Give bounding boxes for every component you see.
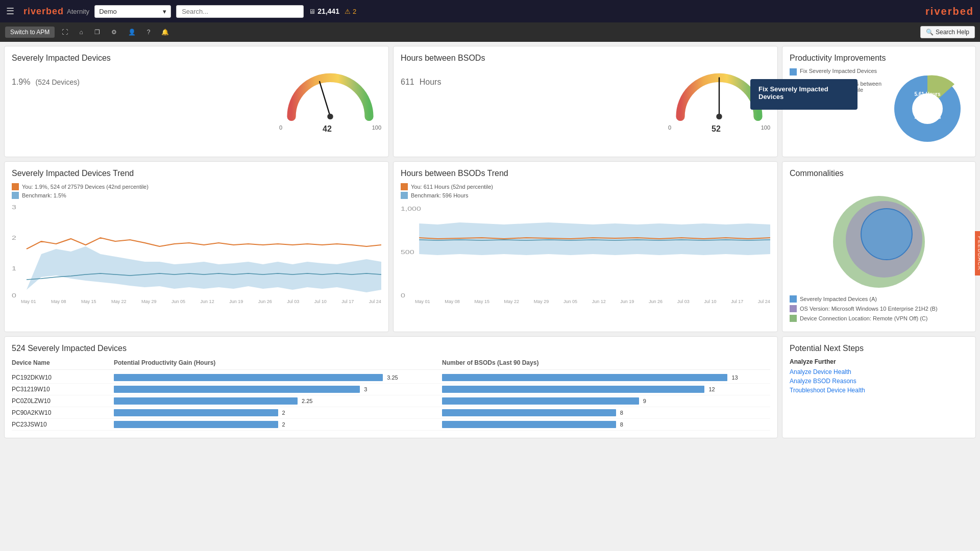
bsod-legend-you-label: You: 611 Hours (52nd percentile) [411,184,493,190]
switch-apm-button[interactable]: Switch to APM [5,27,55,38]
bsod-bar-fill-3 [442,397,639,405]
severely-impacted-title: Severely Impacted Devices [12,54,381,63]
settings-button[interactable]: ⚙ [107,27,121,38]
bsod-value-area: 611 Hours [401,68,658,89]
home-button[interactable]: ⌂ [75,27,87,38]
gain-val-2: 3 [364,386,367,392]
table-row[interactable]: PC31219W10 3 12 [12,384,770,395]
svg-marker-14 [27,246,381,292]
productivity-donut: 5.61 Hours 723 Hours [887,68,968,149]
bsod-bar-4: 8 [442,409,770,416]
svg-text:723 Hours: 723 Hours [914,114,941,120]
severely-impacted-value-area: 1.9% (524 Devices) [12,68,269,89]
copy-button[interactable]: ❐ [90,27,104,38]
troubleshoot-device-health-link[interactable]: Troubleshoot Device Health [790,387,968,394]
gain-val-5: 2 [282,421,285,428]
severely-trend-legend: You: 1.9%, 524 of 27579 Devices (42nd pe… [12,183,381,199]
bsod-trend-legend: You: 611 Hours (52nd percentile) Benchma… [401,183,770,199]
feedback-tab[interactable]: FEEDBACK [975,231,980,276]
svg-rect-16 [401,192,408,199]
bsod-trend-card: Hours between BSODs Trend You: 611 Hours… [393,161,778,332]
bsod-bar-fill-2 [442,386,704,393]
next-steps-card: Potential Next Steps Analyze Further Ana… [782,336,976,438]
gain-bar-fill-4 [114,409,278,416]
table-row[interactable]: PC0Z0LZW10 2.25 9 [12,395,770,407]
table-row[interactable]: PC192DKW10 3.25 13 [12,372,770,384]
common-dot-purple [790,305,797,312]
search-help-label: Search Help [936,29,969,36]
gain-bar-fill-1 [114,374,383,381]
next-steps-title: Potential Next Steps [790,344,968,353]
bsod-card: Hours between BSODs 611 Hours [393,46,778,157]
home-icon: ⌂ [79,29,83,36]
gain-val-4: 2 [282,410,285,416]
bsod-legend-you: You: 611 Hours (52nd percentile) [401,183,770,190]
bsod-legend-orange-icon [401,183,408,190]
svg-text:5.61 Hours: 5.61 Hours [914,91,941,97]
search-help-button[interactable]: 🔍 Search Help [920,26,975,38]
bsod-unit: Hours [420,78,442,86]
svg-point-3 [716,114,722,119]
bsod-bar-1: 13 [442,374,770,381]
prod-dot-blue [790,68,797,76]
brand-sub: Aternity [67,8,89,15]
common-legend-1: Severely Impacted Devices (A) [790,295,968,303]
severely-trend-title: Severely Impacted Devices Trend [12,169,381,178]
col-productivity: Potential Productivity Gain (Hours) [114,359,442,366]
global-search-input[interactable] [176,5,304,18]
bsod-bar-3: 9 [442,397,770,405]
search-small-icon: 🔍 [926,29,934,36]
common-label-1: Severely Impacted Devices (A) [800,296,877,302]
hamburger-icon[interactable]: ☰ [6,6,14,17]
help-button[interactable]: ? [143,27,155,38]
bsod-bar-2: 12 [442,386,770,393]
user-button[interactable]: 👤 [124,27,140,38]
svg-point-1 [327,114,333,119]
bsod-val-2: 12 [708,386,715,392]
svg-rect-8 [12,183,19,190]
top-nav: ☰ riverbed Aternity Demo ▾ 🖥 21,441 ⚠ 2 … [0,0,980,22]
bsod-val-3: 9 [643,398,646,404]
gain-bar-fill-5 [114,421,278,428]
tenant-dropdown[interactable]: Demo ▾ [94,5,171,18]
toolbar: Switch to APM ⛶ ⌂ ❐ ⚙ 👤 ? 🔔 🔍 Search Hel… [0,22,980,42]
gain-val-3: 2.25 [302,398,312,404]
gauge-min: 0 [279,124,282,134]
device-count: 21,441 [317,7,339,15]
bsod-bar-fill-1 [442,374,727,381]
bell-icon: 🔔 [161,29,169,36]
bsod-legend-benchmark-label: Benchmark: 596 Hours [411,192,469,198]
alert-group: ⚠ 2 [345,8,356,15]
analyze-further-label: Analyze Further [790,358,968,365]
fullscreen-button[interactable]: ⛶ [58,27,72,38]
gauge-label-val: 42 [323,124,332,134]
svg-text:1: 1 [12,265,16,271]
alert-icon: ⚠ [345,8,351,15]
commonalities-legend: Severely Impacted Devices (A) OS Version… [790,295,968,322]
common-label-3: Device Connection Location: Remote (VPN … [800,315,927,321]
severely-impacted-value: 1.9% (524 Devices) [12,68,269,89]
severely-trend-chart: 3 2 1 0 May 01May 08May 15May 22May 29Ju… [12,203,381,305]
table-row[interactable]: PC23JSW10 2 8 [12,419,770,431]
severely-trend-card: Severely Impacted Devices Trend You: 1.9… [4,161,389,332]
gain-bar-fill-2 [114,386,360,393]
col-bsods: Number of BSODs (Last 90 Days) [442,359,770,366]
legend-blue-icon [12,192,19,199]
legend-you-label: You: 1.9%, 524 of 27579 Devices (42nd pe… [22,184,149,190]
analyze-device-health-link[interactable]: Analyze Device Health [790,368,968,375]
bell-button[interactable]: 🔔 [157,27,173,38]
legend-you: You: 1.9%, 524 of 27579 Devices (42nd pe… [12,183,381,190]
legend-orange-icon [12,183,19,190]
svg-marker-20 [419,222,770,255]
common-dot-blue [790,295,797,303]
svg-text:500: 500 [401,249,414,255]
col-device-name: Device Name [12,359,114,366]
analyze-bsod-reasons-link[interactable]: Analyze BSOD Reasons [790,378,968,385]
svg-rect-9 [12,192,19,199]
bsod-val-1: 13 [731,374,738,381]
gain-bar-5: 2 [114,421,442,428]
bsod-trend-chart: 1,000 500 0 May 01May 08May 15May 22May … [401,203,770,305]
table-row[interactable]: PC90A2KW10 2 8 [12,407,770,419]
bsod-bar-fill-5 [442,421,616,428]
severely-impacted-gauge: 0 42 100 [279,68,381,134]
